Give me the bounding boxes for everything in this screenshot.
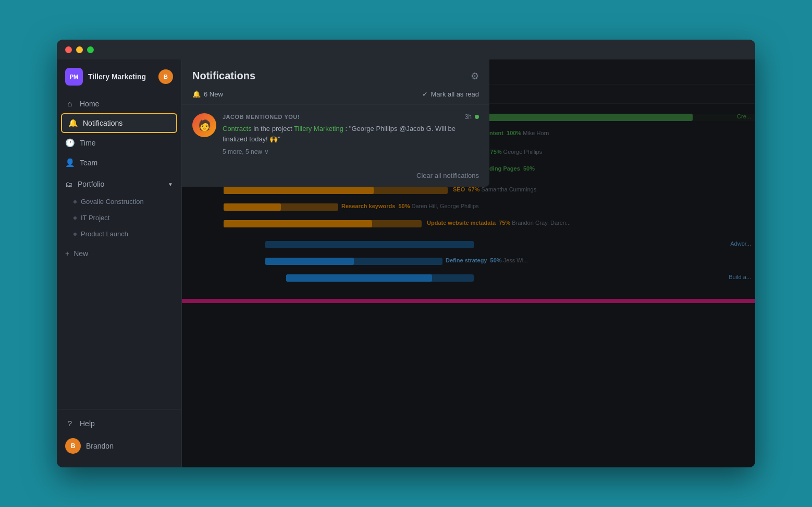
notif-footer: Clear all notifications <box>182 164 489 187</box>
sidebar: PM Tillery Marketing B ⌂ Home 🔔 Notifica… <box>57 59 182 467</box>
notif-header: Notifications ⚙ <box>182 59 489 88</box>
expand-button[interactable]: 5 more, 5 new ∨ <box>223 148 479 155</box>
sidebar-label-notifications: Notifications <box>83 119 122 127</box>
dot-icon <box>73 233 77 236</box>
new-item[interactable]: + New <box>57 244 181 263</box>
count-text: 6 New <box>204 90 223 98</box>
pm-badge: PM <box>65 68 83 86</box>
team-icon: 👤 <box>65 158 75 167</box>
unread-indicator <box>475 115 479 119</box>
mark-read-label: Mark all as read <box>431 90 479 98</box>
workspace-name: Tillery Marketing <box>88 73 153 81</box>
bell-icon: 🔔 <box>192 90 201 98</box>
portfolio-item-label: Govalle Construction <box>81 198 144 206</box>
sidebar-item-help[interactable]: ? Help <box>57 414 181 433</box>
portfolio-arrow: ▼ <box>168 182 173 187</box>
notif-meta: JACOB MENTIONED YOU! 3h <box>223 113 479 120</box>
notification-overlay[interactable]: Notifications ⚙ 🔔 6 New ✓ Mark all as re… <box>182 59 755 467</box>
check-icon: ✓ <box>422 90 428 98</box>
sidebar-item-notifications[interactable]: 🔔 Notifications <box>61 113 177 133</box>
dot-icon <box>73 216 77 220</box>
user-name: Brandon <box>86 442 114 450</box>
portfolio-item-label: Product Launch <box>81 230 128 238</box>
gear-icon[interactable]: ⚙ <box>471 70 479 82</box>
notification-card: 🧑 JACOB MENTIONED YOU! 3h <box>182 105 489 164</box>
notif-title: Notifications <box>192 70 255 82</box>
sidebar-label-help: Help <box>80 419 95 428</box>
portfolio-items: Govalle Construction IT Project Product … <box>57 194 181 242</box>
clear-notifications-button[interactable]: Clear all notifications <box>416 172 479 179</box>
portfolio-section: 🗂 Portfolio ▼ Govalle Construction IT Pr… <box>57 175 181 242</box>
portfolio-item-govalle[interactable]: Govalle Construction <box>57 194 181 210</box>
portfolio-icon: 🗂 <box>65 180 72 188</box>
expand-text: 5 more, 5 new <box>223 148 262 155</box>
sidebar-bottom: ? Help B Brandon <box>57 409 181 463</box>
avatar-emoji: 🧑 <box>198 119 211 131</box>
time-text: 3h <box>465 113 472 120</box>
titlebar <box>57 40 755 59</box>
notif-body: JACOB MENTIONED YOU! 3h Contracts in the… <box>223 113 479 155</box>
notif-text: Contracts in the project Tillery Marketi… <box>223 124 479 144</box>
time-icon: 🕐 <box>65 138 75 148</box>
sidebar-label-home: Home <box>80 100 99 108</box>
portfolio-label: Portfolio <box>78 180 104 188</box>
close-button[interactable] <box>65 46 72 53</box>
sidebar-header: PM Tillery Marketing B <box>57 64 181 94</box>
notif-count: 🔔 6 New <box>192 90 223 98</box>
app-window: PM Tillery Marketing B ⌂ Home 🔔 Notifica… <box>57 40 755 467</box>
notif-time: 3h <box>465 113 479 120</box>
sidebar-label-team: Team <box>80 159 97 167</box>
sidebar-nav: ⌂ Home 🔔 Notifications 🕐 Time 👤 Team <box>57 94 181 463</box>
portfolio-item-it[interactable]: IT Project <box>57 210 181 226</box>
notif-avatar: 🧑 <box>192 113 216 137</box>
mark-all-read-button[interactable]: ✓ Mark all as read <box>422 90 479 98</box>
notif-sender: JACOB MENTIONED YOU! <box>223 114 300 120</box>
user-avatar-header: B <box>158 69 173 84</box>
user-avatar: B <box>65 438 81 454</box>
notif-link-project[interactable]: Tillery Marketing <box>294 125 343 132</box>
app-body: PM Tillery Marketing B ⌂ Home 🔔 Notifica… <box>57 59 755 467</box>
help-icon: ? <box>65 419 75 428</box>
sidebar-label-time: Time <box>80 139 96 147</box>
sidebar-item-team[interactable]: 👤 Team <box>57 153 181 173</box>
portfolio-item-product[interactable]: Product Launch <box>57 226 181 242</box>
user-row[interactable]: B Brandon <box>57 433 181 459</box>
sidebar-item-home[interactable]: ⌂ Home <box>57 94 181 113</box>
notification-icon: 🔔 <box>68 118 78 128</box>
notif-subheader: 🔔 6 New ✓ Mark all as read <box>182 88 489 105</box>
new-label: New <box>73 249 88 258</box>
minimize-button[interactable] <box>76 46 83 53</box>
dot-icon <box>73 200 77 203</box>
notification-panel: Notifications ⚙ 🔔 6 New ✓ Mark all as re… <box>182 59 489 187</box>
plus-icon: + <box>65 249 69 258</box>
notif-text-mid: in the project <box>253 125 294 132</box>
portfolio-item-label: IT Project <box>81 214 109 222</box>
notif-link-contracts[interactable]: Contracts <box>223 125 252 132</box>
sidebar-item-time[interactable]: 🕐 Time <box>57 133 181 153</box>
expand-chevron-icon: ∨ <box>264 148 269 155</box>
fullscreen-button[interactable] <box>87 46 94 53</box>
traffic-lights <box>65 46 94 53</box>
home-icon: ⌂ <box>65 99 75 108</box>
portfolio-header[interactable]: 🗂 Portfolio ▼ <box>57 175 181 194</box>
main-content: ⊞ ⬇ ⬆ 🖨 ℹ ··· APR, 24 '22 F S S M <box>182 59 755 467</box>
